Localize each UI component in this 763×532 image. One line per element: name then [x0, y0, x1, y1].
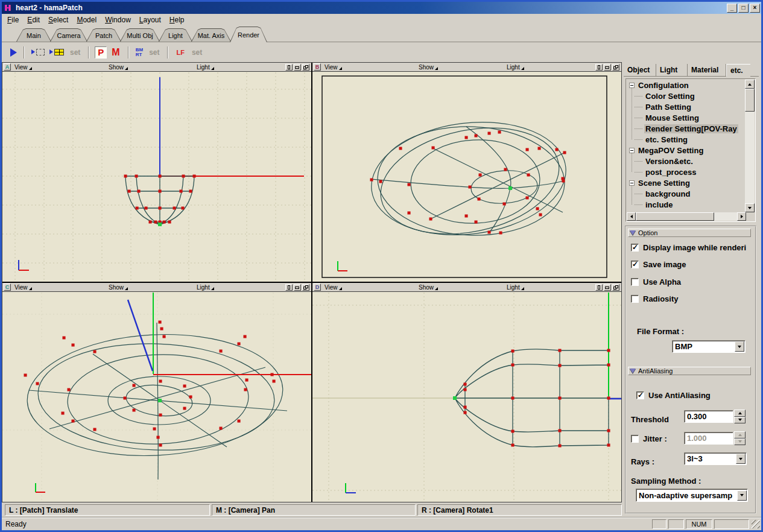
view-menu[interactable]: View: [14, 63, 32, 72]
tab-main[interactable]: Main: [16, 28, 51, 42]
bmrt-button[interactable]: BMRT: [136, 48, 143, 57]
menu-model[interactable]: Model: [72, 14, 101, 25]
tree-item-include[interactable]: include: [627, 199, 746, 210]
viewport-horizontal-split-button[interactable]: [604, 284, 611, 291]
tab-render[interactable]: Render: [230, 27, 267, 42]
rays-select[interactable]: 3l~3: [684, 452, 747, 465]
show-menu[interactable]: Show: [419, 63, 438, 72]
viewport-horizontal-split-button[interactable]: [294, 64, 301, 71]
tree-item-post-process[interactable]: post_process: [627, 166, 746, 177]
viewport-a-canvas[interactable]: [2, 72, 311, 282]
viewport-c-icon[interactable]: C: [4, 283, 11, 291]
menu-help[interactable]: Help: [165, 14, 189, 25]
show-menu[interactable]: Show: [419, 283, 438, 292]
tab-multi-obj[interactable]: Multi Obj: [120, 28, 160, 42]
pov-toggle-button[interactable]: P: [95, 46, 107, 59]
tab-material[interactable]: Material: [688, 64, 726, 77]
tree-item-render-setting[interactable]: Render Setting[POV-Ray: [627, 123, 746, 134]
tree-horizontal-scrollbar[interactable]: [627, 212, 746, 221]
tree-item-background[interactable]: background: [627, 188, 746, 199]
spin-down-button[interactable]: [734, 439, 746, 446]
tree-item-etc-setting[interactable]: etc. Setting: [627, 134, 746, 145]
viewport-d-icon[interactable]: D: [314, 283, 321, 291]
tab-light[interactable]: Light: [159, 28, 192, 42]
file-format-select[interactable]: BMP: [672, 340, 746, 353]
tab-light[interactable]: Light: [656, 64, 688, 77]
radiosity-checkbox-row[interactable]: Radiosity: [631, 294, 679, 303]
viewport-c-canvas[interactable]: [2, 293, 311, 502]
threshold-input[interactable]: [684, 410, 733, 423]
jitter-spinner[interactable]: [734, 431, 746, 445]
resize-grip[interactable]: [752, 520, 760, 528]
menu-edit[interactable]: Edit: [23, 14, 44, 25]
checkbox-checked[interactable]: [631, 261, 639, 268]
jitter-input[interactable]: [684, 432, 733, 445]
spin-down-button[interactable]: [734, 417, 746, 424]
render-grid-button[interactable]: [49, 49, 64, 55]
light-menu[interactable]: Light: [197, 283, 214, 292]
menu-select[interactable]: Select: [44, 14, 72, 25]
tab-camera[interactable]: Camera: [50, 28, 87, 42]
tree-item-megapov-setting[interactable]: MegaPOV Setting: [627, 145, 746, 156]
spin-up-button[interactable]: [734, 410, 746, 417]
show-menu[interactable]: Show: [109, 63, 128, 72]
jitter-checkbox-row[interactable]: Jitter :: [631, 434, 667, 443]
scroll-left-button[interactable]: [627, 212, 636, 221]
use-antialiasing-checkbox-row[interactable]: Use AntiAliasing: [636, 391, 711, 400]
light-menu[interactable]: Light: [507, 63, 524, 72]
dropdown-arrow-button[interactable]: [736, 454, 746, 464]
light-menu[interactable]: Light: [197, 63, 214, 72]
save-image-checkbox-row[interactable]: Save image: [631, 260, 686, 269]
viewport-horizontal-split-button[interactable]: [604, 64, 611, 71]
tree-item-configulation[interactable]: Configulation: [627, 80, 746, 90]
menu-file[interactable]: File: [3, 14, 23, 25]
checkbox-unchecked[interactable]: [631, 295, 639, 303]
tree-item-version-etc[interactable]: Version&etc.: [627, 156, 746, 166]
spin-up-button[interactable]: [734, 431, 746, 439]
collapse-icon[interactable]: [629, 148, 635, 153]
use-alpha-checkbox-row[interactable]: Use Alpha: [631, 277, 681, 287]
viewport-horizontal-split-button[interactable]: [294, 284, 301, 291]
viewport-d-canvas[interactable]: [312, 293, 621, 502]
viewport-a-icon[interactable]: A: [4, 63, 11, 71]
threshold-spinner[interactable]: [734, 410, 746, 423]
viewport-vertical-split-button[interactable]: [595, 64, 603, 71]
set-button-3[interactable]: set: [192, 48, 202, 57]
scroll-up-button[interactable]: [745, 80, 755, 89]
close-button[interactable]: ×: [750, 4, 760, 13]
maximize-button[interactable]: □: [738, 4, 749, 13]
scroll-thumb[interactable]: [636, 212, 714, 221]
tab-object[interactable]: Object: [624, 64, 656, 77]
tree-vertical-scrollbar[interactable]: [745, 80, 755, 212]
tree-item-scene-setting[interactable]: Scene Setting: [627, 177, 746, 188]
set-button-2[interactable]: set: [149, 48, 159, 57]
viewport-cascade-button[interactable]: [612, 64, 619, 71]
view-menu[interactable]: View: [325, 63, 342, 72]
viewport-vertical-split-button[interactable]: [285, 284, 293, 291]
view-menu[interactable]: View: [14, 283, 32, 292]
titlebar[interactable]: H heart2 - hamaPatch _ □ ×: [2, 2, 761, 14]
tree-item-mouse-setting[interactable]: Mouse Setting: [627, 112, 746, 123]
sampling-method-select[interactable]: Non-adaptive supersamp: [636, 489, 748, 502]
tree-item-color-setting[interactable]: Color Setting: [627, 90, 746, 101]
viewport-cascade-button[interactable]: [302, 284, 309, 291]
antialiasing-section-header[interactable]: AntiAliasing: [628, 367, 751, 375]
render-start-icon[interactable]: [10, 48, 17, 57]
viewport-cascade-button[interactable]: [302, 64, 309, 71]
viewport-b-icon[interactable]: B: [314, 63, 321, 71]
light-menu[interactable]: Light: [507, 283, 524, 292]
scroll-down-button[interactable]: [745, 203, 755, 212]
set-button-1[interactable]: set: [70, 48, 80, 57]
tree-item-path-setting[interactable]: Path Setting: [627, 101, 746, 112]
viewport-cascade-button[interactable]: [612, 284, 619, 291]
megapov-toggle-button[interactable]: M: [112, 47, 119, 58]
dropdown-arrow-button[interactable]: [735, 341, 744, 352]
lf-button[interactable]: LF: [176, 49, 184, 56]
render-region-button[interactable]: [31, 49, 45, 55]
collapse-icon[interactable]: [629, 180, 635, 186]
scroll-right-button[interactable]: [737, 212, 746, 221]
display-image-checkbox-row[interactable]: Display image while renderi: [631, 243, 755, 252]
dropdown-arrow-button[interactable]: [737, 490, 747, 501]
show-menu[interactable]: Show: [109, 283, 128, 292]
checkbox-checked[interactable]: [631, 244, 639, 252]
